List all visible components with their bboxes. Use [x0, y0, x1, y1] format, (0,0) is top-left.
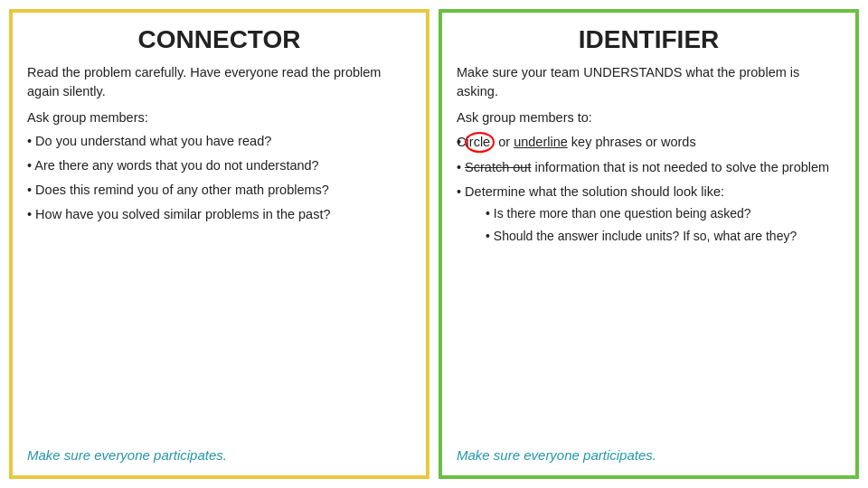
list-item: Do you understand what you have read?	[27, 132, 411, 151]
list-item: Are there any words that you do not unde…	[27, 156, 411, 175]
identifier-card: IDENTIFIER Make sure your team UNDERSTAN…	[439, 9, 859, 479]
list-item: Circle or underline key phrases or words	[457, 132, 841, 153]
identifier-title: IDENTIFIER	[457, 25, 841, 54]
connector-ask-group: Ask group members:	[27, 110, 411, 125]
list-item: Does this remind you of any other math p…	[27, 181, 411, 200]
identifier-ask-group: Ask group members to:	[457, 110, 841, 125]
list-item: Determine what the solution should look …	[457, 183, 841, 245]
identifier-sub-bullets: Is there more than one question being as…	[486, 205, 841, 245]
identifier-intro: Make sure your team UNDERSTANDS what the…	[457, 63, 841, 101]
list-item: Is there more than one question being as…	[486, 205, 841, 223]
list-item: Should the answer include units? If so, …	[486, 228, 841, 246]
connector-footer: Make sure everyone participates.	[27, 447, 411, 463]
list-item: How have you solved similar problems in …	[27, 205, 411, 224]
identifier-footer: Make sure everyone participates.	[457, 447, 841, 463]
connector-intro: Read the problem carefully. Have everyon…	[27, 63, 411, 101]
identifier-bullets: Circle or underline key phrases or words…	[457, 132, 841, 250]
circle-text: Circle	[465, 132, 495, 153]
underline-text: underline	[514, 135, 568, 149]
main-container: CONNECTOR Read the problem carefully. Ha…	[0, 0, 868, 488]
connector-title: CONNECTOR	[27, 25, 411, 54]
list-item: Scratch out information that is not need…	[457, 158, 841, 177]
connector-bullets: Do you understand what you have read? Ar…	[27, 132, 411, 230]
connector-card: CONNECTOR Read the problem carefully. Ha…	[9, 9, 429, 479]
strikethrough-text: Scratch out	[465, 160, 531, 174]
